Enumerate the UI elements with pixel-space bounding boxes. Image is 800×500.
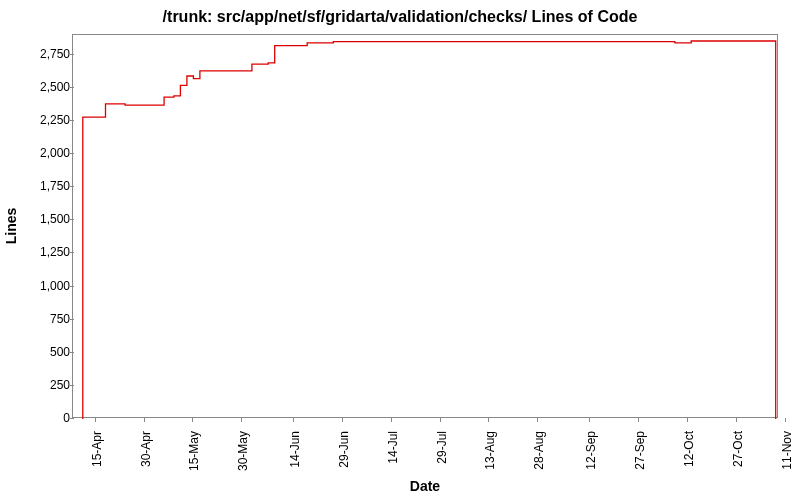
x-tick-mark xyxy=(241,418,242,422)
x-tick-mark xyxy=(391,418,392,422)
y-tick-label: 1,250 xyxy=(10,245,70,259)
y-tick-label: 250 xyxy=(10,378,70,392)
x-tick-mark xyxy=(537,418,538,422)
x-tick-label: 15-Apr xyxy=(90,431,104,491)
y-tick-mark xyxy=(70,385,74,386)
y-tick-mark xyxy=(70,54,74,55)
y-tick-label: 1,000 xyxy=(10,279,70,293)
y-tick-label: 1,500 xyxy=(10,212,70,226)
y-tick-mark xyxy=(70,87,74,88)
x-tick-mark xyxy=(785,418,786,422)
y-tick-label: 2,500 xyxy=(10,80,70,94)
y-tick-mark xyxy=(70,352,74,353)
x-tick-mark xyxy=(342,418,343,422)
y-tick-label: 500 xyxy=(10,345,70,359)
x-tick-mark xyxy=(95,418,96,422)
x-tick-mark xyxy=(192,418,193,422)
x-tick-mark xyxy=(638,418,639,422)
y-tick-mark xyxy=(70,286,74,287)
y-tick-label: 1,750 xyxy=(10,179,70,193)
x-tick-label: 30-May xyxy=(236,431,250,491)
y-tick-mark xyxy=(70,219,74,220)
x-tick-label: 29-Jun xyxy=(337,431,351,491)
x-tick-label: 12-Oct xyxy=(682,431,696,491)
x-tick-label: 30-Apr xyxy=(139,431,153,491)
x-tick-label: 15-May xyxy=(187,431,201,491)
x-tick-mark xyxy=(488,418,489,422)
y-tick-label: 750 xyxy=(10,312,70,326)
x-tick-label: 29-Jul xyxy=(435,431,449,491)
x-tick-mark xyxy=(440,418,441,422)
x-tick-label: 14-Jun xyxy=(288,431,302,491)
y-tick-mark xyxy=(70,120,74,121)
plot-area xyxy=(72,34,778,418)
y-tick-mark xyxy=(70,252,74,253)
y-tick-mark xyxy=(70,418,74,419)
x-tick-mark xyxy=(736,418,737,422)
y-tick-label: 2,750 xyxy=(10,47,70,61)
y-tick-mark xyxy=(70,186,74,187)
x-tick-mark xyxy=(144,418,145,422)
x-tick-mark xyxy=(589,418,590,422)
chart-title: /trunk: src/app/net/sf/gridarta/validati… xyxy=(0,8,800,26)
x-tick-mark xyxy=(687,418,688,422)
x-axis-label: Date xyxy=(72,478,778,494)
x-tick-label: 11-Nov xyxy=(780,431,794,491)
x-tick-label: 27-Oct xyxy=(731,431,745,491)
x-tick-mark xyxy=(293,418,294,422)
y-tick-mark xyxy=(70,153,74,154)
x-tick-label: 28-Aug xyxy=(532,431,546,491)
y-tick-label: 2,000 xyxy=(10,146,70,160)
x-tick-label: 12-Sep xyxy=(584,431,598,491)
y-tick-mark xyxy=(70,319,74,320)
series-line xyxy=(73,35,779,419)
x-tick-label: 27-Sep xyxy=(633,431,647,491)
y-tick-label: 2,250 xyxy=(10,113,70,127)
x-tick-label: 14-Jul xyxy=(386,431,400,491)
y-tick-label: 0 xyxy=(10,411,70,425)
x-tick-label: 13-Aug xyxy=(483,431,497,491)
